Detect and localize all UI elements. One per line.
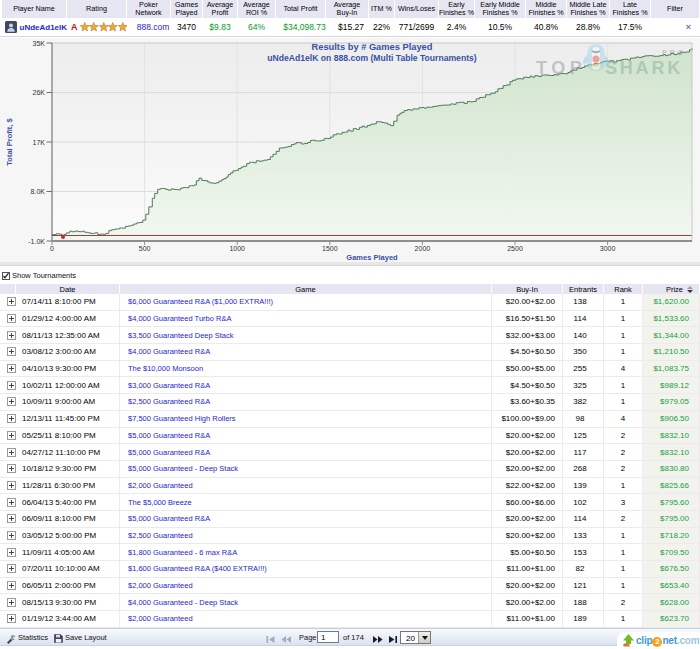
svg-text:-1.0K: -1.0K xyxy=(28,238,45,245)
svg-text:2500: 2500 xyxy=(507,245,523,252)
svg-text:PRO: PRO xyxy=(662,48,686,57)
svg-text:TOP: TOP xyxy=(536,58,586,78)
svg-text:17K: 17K xyxy=(33,139,46,146)
svg-text:Results by # Games Played: Results by # Games Played xyxy=(312,42,433,52)
svg-text:26K: 26K xyxy=(33,89,46,96)
svg-text:Games Played: Games Played xyxy=(346,253,398,262)
svg-text:3000: 3000 xyxy=(600,245,616,252)
svg-text:8.0K: 8.0K xyxy=(31,188,46,195)
svg-text:1000: 1000 xyxy=(229,245,245,252)
svg-text:500: 500 xyxy=(139,245,151,252)
svg-text:0: 0 xyxy=(50,245,54,252)
svg-text:35K: 35K xyxy=(33,40,46,47)
svg-text:Total Profit, $: Total Profit, $ xyxy=(5,117,14,165)
svg-text:uNdeAd1elK on 888.com (Multi T: uNdeAd1elK on 888.com (Multi Table Tourn… xyxy=(267,53,476,63)
svg-text:1500: 1500 xyxy=(322,245,338,252)
svg-text:2000: 2000 xyxy=(415,245,431,252)
svg-text:SHARK: SHARK xyxy=(605,58,683,78)
